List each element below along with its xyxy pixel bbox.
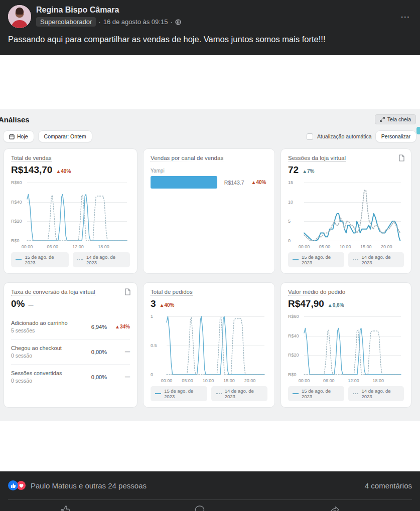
x-tick-label: 00:00	[299, 378, 310, 383]
post-actions-row	[8, 505, 412, 511]
report-icon[interactable]	[398, 154, 405, 163]
card-sessoes-loja-virtual: Sessões da loja virtual 72 ▲7% 15105000:…	[281, 148, 411, 274]
card-total-de-vendas: Total de vendas R$143,70 ▲40% R$60R$40R$…	[4, 148, 137, 274]
author-badge: Supercolaborador	[36, 17, 96, 27]
avatar[interactable]	[8, 5, 31, 28]
dashboard-toolbar: Hoje Comparar: Ontem Atualização automát…	[0, 131, 420, 142]
x-tick-label: 12:00	[72, 244, 84, 249]
fullscreen-icon	[380, 117, 385, 122]
like-icon	[8, 480, 18, 490]
post-message: Passando aqui para compartilhar as venda…	[8, 34, 412, 45]
footer-divider	[8, 499, 412, 500]
x-tick-label: 18:00	[98, 244, 109, 249]
legend-label: 15 de ago. de 2023	[302, 254, 340, 265]
metric-value: 3	[151, 298, 156, 309]
dotted-line-sample	[77, 259, 83, 260]
funnel-value: 0,00%	[78, 374, 107, 380]
fullscreen-button[interactable]: Tela cheia	[375, 114, 416, 124]
horizontal-bar	[151, 176, 217, 189]
meta-separator: ·	[98, 18, 100, 26]
author-name[interactable]: Regina Bispo Câmara	[36, 5, 181, 15]
card-title[interactable]: Total de vendas	[11, 155, 52, 162]
x-tick-label: 12:00	[348, 378, 359, 383]
funnel-delta: —	[107, 349, 130, 355]
customize-button[interactable]: Personalizar	[376, 131, 416, 142]
legend-item-current[interactable]: 15 de ago. de 2023	[288, 252, 344, 267]
card-title[interactable]: Total de pedidos	[151, 289, 193, 296]
like-button[interactable]	[0, 505, 132, 511]
x-tick-label: 20:00	[381, 244, 392, 249]
reactions-summary[interactable]: Paulo Mateus e outras 24 pessoas	[31, 481, 147, 490]
legend-label: 15 de ago. de 2023	[25, 254, 64, 265]
post-menu-icon[interactable]: ⋯	[400, 11, 411, 23]
x-tick-label: 00:00	[161, 378, 173, 383]
card-title[interactable]: Valor médio do pedido	[288, 289, 345, 296]
calendar-icon	[9, 134, 15, 139]
dotted-line-sample	[216, 393, 222, 394]
x-tick-label: 00:00	[22, 244, 33, 249]
card-title[interactable]: Vendas por canal de vendas	[151, 155, 223, 162]
share-button[interactable]	[267, 505, 402, 511]
card-title[interactable]: Sessões da loja virtual	[288, 155, 346, 162]
card-total-de-pedidos: Total de pedidos 3 ▲40% 10.5000:0005:001…	[143, 282, 275, 408]
funnel-row-reached-checkout: Chegou ao checkout 0 sessão 0,00% —	[11, 339, 130, 364]
line-chart: 10.5000:0005:0010:0015:0020:00	[151, 313, 267, 385]
post-timestamp[interactable]: 16 de agosto às 09:15	[103, 18, 168, 26]
auto-update-label: Atualização automática	[317, 133, 372, 139]
legend-item-previous[interactable]: 14 de ago. de 2023	[348, 386, 404, 401]
metric-value: R$47,90	[288, 298, 324, 309]
series-line-dotted	[27, 195, 127, 241]
funnel-row-added-to-cart: Adicionado ao carrinho 5 sessões 6,94% ▲…	[11, 314, 130, 339]
auto-update-checkbox[interactable]	[307, 133, 313, 140]
legend-item-previous[interactable]: 14 de ago. de 2023	[73, 252, 130, 267]
card-taxa-de-conversao: Taxa de conversão da loja virtual 0% — A…	[4, 282, 137, 408]
legend-item-previous[interactable]: 14 de ago. de 2023	[211, 386, 268, 401]
legend-item-current[interactable]: 15 de ago. de 2023	[151, 386, 207, 401]
post-image-analytics-screenshot[interactable]: Análises Tela cheia Hoje Comparar: Ontem	[0, 55, 420, 471]
reactions-row: Paulo Mateus e outras 24 pessoas 4 comen…	[8, 471, 412, 499]
x-tick-label: 20:00	[244, 378, 256, 383]
post-footer: Paulo Mateus e outras 24 pessoas 4 comen…	[0, 471, 420, 511]
date-filter-button[interactable]: Hoje	[4, 131, 34, 142]
x-tick-label: 05:00	[182, 378, 193, 383]
line-chart: R$60R$40R$20R$000:0006:0012:0018:00	[11, 180, 130, 251]
x-tick-label: 10:00	[340, 244, 351, 249]
funnel-sublabel: 0 sessão	[11, 378, 78, 384]
comments-count[interactable]: 4 comentários	[365, 481, 412, 490]
post-meta: Supercolaborador · 16 de agosto às 09:15…	[36, 17, 181, 27]
dashboard-header: Análises Tela cheia	[0, 113, 420, 124]
card-title[interactable]: Taxa de conversão da loja virtual	[11, 289, 95, 296]
avatar-image	[8, 5, 31, 28]
legend-label: 14 de ago. de 2023	[361, 254, 399, 265]
reaction-icons[interactable]	[8, 480, 26, 490]
screenshot-white-area-bottom	[0, 421, 420, 471]
facebook-post: Regina Bispo Câmara Supercolaborador · 1…	[0, 0, 420, 55]
funnel-delta: —	[107, 374, 130, 380]
date-filter-label: Hoje	[17, 133, 28, 139]
series-line-dotted	[304, 191, 400, 241]
x-tick-label: 00:00	[299, 244, 310, 249]
legend-label: 14 de ago. de 2023	[361, 388, 399, 399]
legend-item-previous[interactable]: 14 de ago. de 2023	[348, 252, 404, 267]
legend-item-current[interactable]: 15 de ago. de 2023	[288, 386, 344, 401]
metric-delta: ▲0,6%	[328, 302, 344, 308]
compare-label: Comparar: Ontem	[44, 133, 86, 139]
metric-cards-grid: Total de vendas R$143,70 ▲40% R$60R$40R$…	[0, 142, 420, 408]
comment-button[interactable]	[132, 505, 267, 511]
series-line-solid	[167, 316, 264, 375]
funnel-value: 0,00%	[78, 349, 107, 355]
globe-icon	[175, 19, 181, 25]
cutoff-widget	[416, 127, 420, 134]
legend-item-current[interactable]: 15 de ago. de 2023	[11, 252, 69, 267]
series-line-solid	[27, 194, 127, 241]
dotted-line-sample	[353, 393, 359, 394]
legend-label: 15 de ago. de 2023	[164, 388, 202, 399]
x-tick-label: 06:00	[323, 378, 335, 383]
toolbar-right: Atualização automática Personalizar	[307, 131, 416, 142]
metric-delta: ▲7%	[302, 168, 314, 174]
metric-delta: —	[28, 302, 33, 308]
solid-line-sample	[16, 259, 22, 260]
report-icon[interactable]	[124, 288, 131, 297]
compare-button[interactable]: Comparar: Ontem	[39, 131, 92, 142]
chart-plot	[11, 180, 130, 242]
